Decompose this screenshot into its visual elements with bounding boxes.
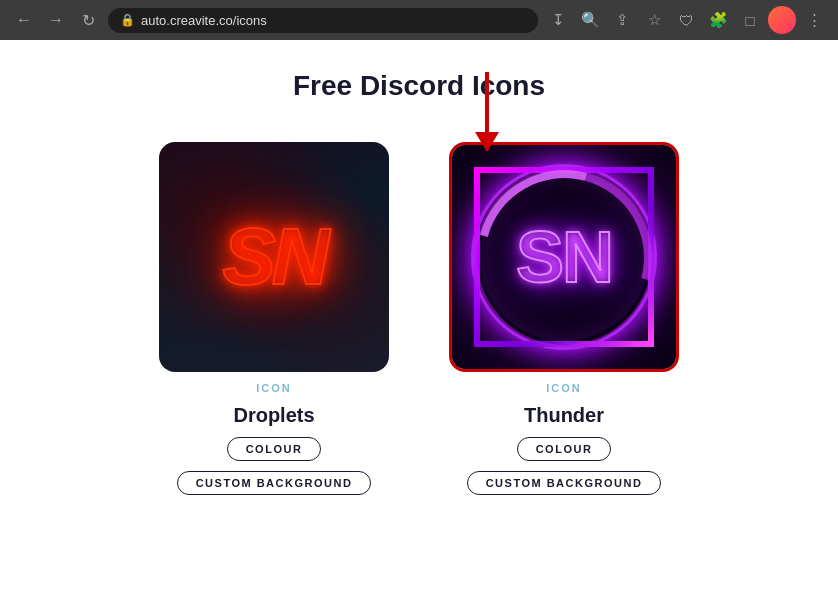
card-type-thunder: ICON <box>546 382 582 394</box>
browser-toolbar: ← → ↻ 🔒 auto.creavite.co/icons ↧ 🔍 ⇪ ☆ 🛡… <box>0 0 838 40</box>
custom-background-button-thunder[interactable]: CUSTOM BACKGROUND <box>467 471 662 495</box>
thunder-sn-text: SN <box>516 216 612 298</box>
cards-grid: SN ICON Droplets COLOUR CUSTOM BACKGROUN… <box>159 142 679 495</box>
share-icon-button[interactable]: ⇪ <box>608 6 636 34</box>
card-image-droplets[interactable]: SN <box>159 142 389 372</box>
reload-button[interactable]: ↻ <box>74 6 102 34</box>
url-text: auto.creavite.co/icons <box>141 13 526 28</box>
back-button[interactable]: ← <box>10 6 38 34</box>
colour-button-droplets[interactable]: COLOUR <box>227 437 322 461</box>
card-image-thunder[interactable]: SN <box>449 142 679 372</box>
card-droplets: SN ICON Droplets COLOUR CUSTOM BACKGROUN… <box>159 142 389 495</box>
page-title: Free Discord Icons <box>293 70 545 102</box>
card-type-droplets: ICON <box>256 382 292 394</box>
colour-button-thunder[interactable]: COLOUR <box>517 437 612 461</box>
browser-window: ← → ↻ 🔒 auto.creavite.co/icons ↧ 🔍 ⇪ ☆ 🛡… <box>0 0 838 609</box>
bookmark-icon-button[interactable]: ☆ <box>640 6 668 34</box>
page-content: Free Discord Icons SN ICON Droplets <box>0 40 838 609</box>
puzzle-icon-button[interactable]: 🧩 <box>704 6 732 34</box>
annotation-container: SN ICON Droplets COLOUR CUSTOM BACKGROUN… <box>20 132 818 495</box>
shield-icon-button[interactable]: 🛡 <box>672 6 700 34</box>
profile-avatar-button[interactable] <box>768 6 796 34</box>
arrow-head <box>475 132 499 152</box>
custom-background-button-droplets[interactable]: CUSTOM BACKGROUND <box>177 471 372 495</box>
thunder-icon-image: SN <box>452 145 676 369</box>
nav-buttons: ← → ↻ <box>10 6 102 34</box>
arrow-shaft <box>485 72 489 132</box>
card-thunder: SN ICON Thunder COLOUR CUSTOM BACKGROUND <box>449 142 679 495</box>
zoom-icon-button[interactable]: 🔍 <box>576 6 604 34</box>
card-name-droplets: Droplets <box>233 404 314 427</box>
window-icon-button[interactable]: □ <box>736 6 764 34</box>
droplets-icon-image: SN <box>159 142 389 372</box>
lock-icon: 🔒 <box>120 13 135 27</box>
menu-icon-button[interactable]: ⋮ <box>800 6 828 34</box>
forward-button[interactable]: → <box>42 6 70 34</box>
address-bar[interactable]: 🔒 auto.creavite.co/icons <box>108 8 538 33</box>
toolbar-actions: ↧ 🔍 ⇪ ☆ 🛡 🧩 □ ⋮ <box>544 6 828 34</box>
annotation-arrow <box>475 72 499 152</box>
download-icon-button[interactable]: ↧ <box>544 6 572 34</box>
droplets-sn-text: SN <box>222 211 325 303</box>
card-name-thunder: Thunder <box>524 404 604 427</box>
